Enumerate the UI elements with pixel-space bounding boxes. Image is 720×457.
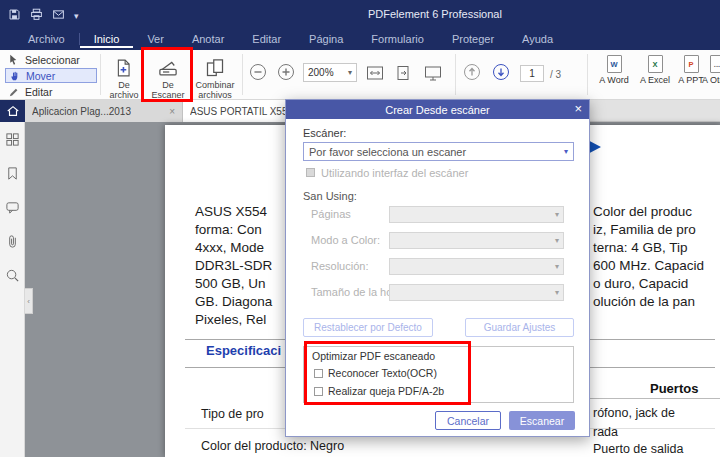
toolbar-divider (242, 54, 243, 95)
dialog-titlebar[interactable]: Crear Desde escáner × (286, 100, 589, 119)
tab-2-label: ASUS PORTATIL X55... (190, 106, 296, 117)
document-text-line: Color del produc (593, 204, 692, 219)
close-icon[interactable]: × (163, 106, 175, 117)
document-text-line: rada (593, 425, 618, 439)
optimize-groupbox: Optimizar PDF escaneado Reconocer Texto(… (303, 346, 574, 403)
menu-ayuda[interactable]: Ayuda (508, 30, 567, 48)
menu-editar[interactable]: Editar (238, 30, 295, 48)
combine-pages-icon (192, 52, 238, 78)
app-window: ▾ PDFelement 6 Professional Archivo Inic… (0, 0, 720, 457)
titlebar: ▾ PDFelement 6 Professional (0, 0, 720, 28)
menu-archivo[interactable]: Archivo (14, 30, 79, 48)
convert-to-others-label: A Otros (700, 75, 720, 85)
from-file-button[interactable]: De archivo (104, 52, 144, 99)
customize-toolbar-icon[interactable]: ▾ (74, 11, 79, 21)
scan-button[interactable]: Escanear (509, 411, 575, 430)
select-tool-button[interactable]: Seleccionar (5, 52, 97, 67)
from-scanner-label: De Escaner (147, 81, 189, 101)
bookmarks-icon[interactable] (5, 166, 20, 181)
resolution-select: ▾ (389, 258, 564, 275)
combine-files-button[interactable]: Combinar archivos (192, 52, 238, 99)
hand-icon (9, 70, 21, 82)
rotate-page-button[interactable] (394, 64, 412, 82)
scanner-select[interactable]: Por favor selecciona un escaner ▾ (303, 142, 574, 161)
menu-proteger[interactable]: Proteger (438, 30, 508, 48)
document-text-line: Pixeles, Rel (195, 312, 266, 327)
document-text-line: ASUS X554 (195, 204, 267, 219)
pencil-icon (8, 86, 20, 98)
menu-anotar[interactable]: Anotar (178, 30, 238, 48)
menu-pagina[interactable]: Página (295, 30, 357, 48)
reset-defaults-button[interactable]: Restablecer por Defecto (303, 318, 433, 337)
use-interface-label: Utilizando interfaz del escáner (321, 167, 468, 179)
tab-1-label: Aplicacion Plag...2013 (32, 106, 131, 117)
document-text-line: 600 MHz. Capacid (593, 258, 704, 273)
ports-heading: Puertos (650, 381, 698, 396)
cursor-icon (8, 54, 20, 66)
chevron-down-icon: ▾ (564, 147, 568, 156)
document-text-line: DDR3L-SDR (195, 258, 272, 273)
comments-icon[interactable] (5, 200, 20, 215)
close-icon[interactable]: × (574, 101, 582, 116)
color-mode-field-label: Modo a Color: (311, 234, 380, 246)
menu-formulario[interactable]: Formulario (357, 30, 438, 48)
use-interface-checkbox (306, 168, 315, 177)
ppt-doc-icon: P (684, 55, 699, 73)
search-icon[interactable] (5, 268, 20, 283)
home-panel-button[interactable] (0, 100, 25, 122)
edit-tool-button[interactable]: Editar (5, 84, 97, 99)
print-icon[interactable] (30, 7, 43, 25)
document-text-line: forma: Con (195, 222, 262, 237)
save-settings-button[interactable]: Guardar Ajustes (465, 318, 574, 337)
paper-size-select: ▾ (389, 284, 564, 301)
chevron-down-icon: ▾ (348, 68, 352, 77)
excel-doc-icon: X (648, 55, 663, 73)
document-text-line: Color del producto: Negro (201, 439, 344, 453)
from-scanner-button[interactable]: De Escaner (147, 52, 189, 99)
edit-tool-label: Editar (25, 86, 52, 98)
document-text-line: rófono, jack de (593, 406, 675, 420)
thumbnails-icon[interactable] (5, 132, 20, 147)
sidebar-collapse-handle[interactable]: ‹ (25, 288, 33, 314)
zoom-level-dropdown[interactable]: 200% ▾ (303, 63, 357, 82)
page-number-input[interactable] (520, 65, 544, 82)
chevron-down-icon: ▾ (555, 210, 563, 219)
mail-icon[interactable] (52, 7, 65, 25)
page-total-label: / 3 (550, 69, 561, 80)
ocr-checkbox[interactable] (314, 369, 323, 378)
presentation-button[interactable] (424, 64, 442, 82)
move-tool-button[interactable]: Mover (5, 68, 97, 83)
next-page-button[interactable] (492, 63, 510, 81)
zoom-out-button[interactable] (249, 63, 267, 81)
toolbar-divider (100, 54, 101, 95)
menu-inicio[interactable]: Inicio (80, 30, 134, 48)
toolbar-divider (455, 54, 456, 95)
convert-to-others-button[interactable]: ... A Otros (700, 55, 720, 85)
others-letter: ... (714, 60, 720, 69)
previous-page-button[interactable] (463, 63, 481, 81)
ppt-letter: P (688, 60, 693, 69)
chevron-down-icon: ▾ (555, 262, 563, 271)
scanner-icon (147, 52, 189, 78)
attachments-icon[interactable] (5, 234, 20, 249)
pdfa-checkbox[interactable] (314, 387, 323, 396)
convert-to-word-button[interactable]: W A Word (596, 55, 632, 85)
scan-using-label: San Using: (303, 190, 357, 202)
quick-access-toolbar: ▾ (8, 7, 79, 25)
pages-field-label: Páginas (311, 208, 351, 220)
spec-section-heading: Especificaci (206, 343, 281, 358)
save-icon[interactable] (8, 7, 21, 25)
scanner-field-label: Escáner: (303, 127, 346, 139)
chevron-left-icon: ‹ (27, 297, 30, 306)
document-text-line: 500 GB, Un (195, 276, 266, 291)
menu-ver[interactable]: Ver (133, 30, 178, 48)
fit-width-button[interactable] (366, 64, 384, 82)
document-text-line: Puerto de salida (593, 442, 683, 456)
cancel-button[interactable]: Cancelar (435, 411, 501, 430)
zoom-in-button[interactable] (277, 63, 295, 81)
document-tab-1[interactable]: Aplicacion Plag...2013 × (25, 100, 183, 122)
pages-select: ▾ (389, 206, 564, 223)
chevron-down-icon: ▾ (555, 236, 563, 245)
convert-to-excel-button[interactable]: X A Excel (636, 55, 674, 85)
document-text-line: o duro, Capacid (593, 276, 688, 291)
